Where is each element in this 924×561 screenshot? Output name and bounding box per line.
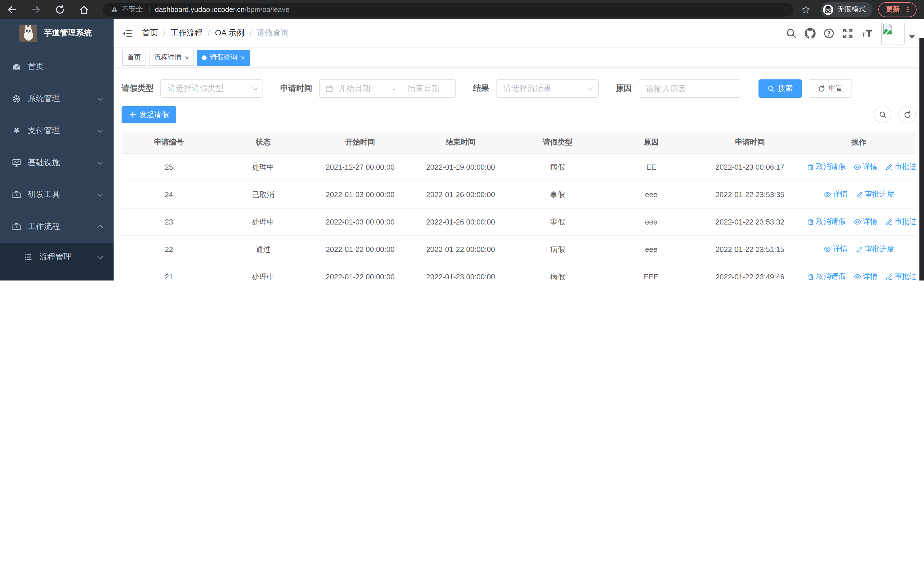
cancel-leave-link[interactable]: 取消请假	[807, 272, 846, 281]
search-form: 请假类型 请选择请假类型 申请时间 开始日期 - 结束日期	[122, 80, 916, 98]
cell-end-time: 2022-01-23 00:00:00	[410, 263, 511, 281]
detail-link[interactable]: 详情	[854, 162, 878, 172]
table-row: 24 已取消 2022-01-03 00:00:00 2022-01-26 00…	[122, 181, 916, 208]
detail-link[interactable]: 详情	[824, 190, 848, 200]
trash-icon	[807, 163, 814, 171]
browser-update-button[interactable]: 更新 ⋮	[878, 2, 916, 17]
incognito-label: 无痕模式	[837, 5, 866, 14]
sidebar-collapse-icon[interactable]	[122, 28, 133, 39]
cell-end-time: 2022-01-26 00:00:00	[410, 181, 511, 208]
pen-icon	[885, 163, 893, 171]
sidebar-item[interactable]: 流程管理	[0, 243, 114, 271]
header-search-icon[interactable]	[786, 28, 797, 39]
reason-label: 原因	[616, 83, 632, 94]
reset-button[interactable]: 重置	[809, 80, 852, 98]
leave-type-select[interactable]: 请选择请假类型	[160, 80, 263, 98]
cell-end-time: 2022-01-19 00:00:00	[410, 153, 511, 181]
sidebar-item[interactable]: 基础设施	[0, 147, 114, 179]
detail-link[interactable]: 详情	[854, 217, 878, 227]
sidebar-item[interactable]: 工作流程	[0, 211, 114, 243]
result-select[interactable]: 请选择流结果	[496, 80, 599, 98]
breadcrumb-item[interactable]: 请假查询	[257, 28, 289, 38]
detail-link[interactable]: 详情	[854, 272, 878, 281]
create-leave-button[interactable]: 发起请假	[122, 106, 176, 123]
browser-menu-icon[interactable]: ⋮	[904, 6, 912, 13]
browser-toolbar: 不安全 dashboard.yudao.iocoder.cn/bpm/oa/le…	[0, 0, 924, 19]
apply-time-range-picker[interactable]: 开始日期 - 结束日期	[319, 80, 456, 98]
end-date-placeholder[interactable]: 结束日期	[398, 83, 450, 94]
sidebar-item[interactable]: 系统管理	[0, 83, 114, 115]
avatar[interactable]	[881, 21, 904, 45]
view-tab[interactable]: 首页	[122, 50, 146, 65]
approval-progress-link[interactable]: 审批进度	[885, 162, 916, 172]
sidebar-item[interactable]: 首页	[0, 51, 114, 83]
incognito-badge: 无痕模式	[821, 2, 873, 17]
github-icon[interactable]	[805, 28, 816, 39]
scrollbar-thumb[interactable]	[920, 38, 924, 281]
search-button[interactable]: 搜索	[759, 80, 802, 98]
sidebar-item[interactable]: 任务管理	[0, 271, 114, 281]
chevron-icon	[97, 191, 103, 197]
cell-status: 通过	[216, 236, 310, 263]
cancel-leave-link[interactable]: 取消请假	[807, 162, 846, 172]
approval-progress-link[interactable]: 审批进度	[855, 244, 894, 254]
column-header: 结束时间	[410, 131, 511, 153]
sidebar-item[interactable]: 研发工具	[0, 179, 114, 211]
approval-progress-link[interactable]: 审批进度	[855, 190, 894, 200]
not-secure-label[interactable]: 不安全	[122, 5, 143, 14]
breadcrumb-item[interactable]: 工作流程	[171, 28, 202, 38]
cell-id: 21	[122, 263, 216, 281]
chevron-down-icon	[588, 85, 593, 90]
table-row: 23 处理中 2022-01-03 00:00:00 2022-01-26 00…	[122, 208, 916, 236]
user-menu-caret-icon[interactable]	[909, 35, 915, 39]
detail-link[interactable]: 详情	[824, 244, 848, 254]
browser-back-icon[interactable]	[7, 4, 17, 15]
breadcrumb-separator: /	[208, 29, 210, 38]
pen-icon	[855, 246, 863, 253]
toggle-search-button[interactable]	[874, 106, 891, 123]
tab-close-icon[interactable]: ×	[241, 54, 245, 61]
column-header: 开始时间	[310, 131, 410, 153]
app-title: 芋道管理系统	[44, 28, 92, 38]
breadcrumb-item[interactable]: 首页	[142, 28, 158, 38]
fullscreen-icon[interactable]	[842, 28, 853, 39]
chevron-icon	[97, 127, 103, 133]
app-window: 芋道管理系统 首页 系统管理	[0, 19, 924, 281]
browser-reload-icon[interactable]	[55, 4, 65, 15]
trash-icon	[807, 218, 814, 226]
bookmark-star-icon[interactable]	[801, 5, 810, 14]
app-logo-row[interactable]: 芋道管理系统	[0, 19, 114, 47]
cell-actions: 取消请假 详情 审批进度	[802, 153, 916, 181]
tab-close-icon[interactable]: ×	[185, 54, 189, 61]
sidebar-item-icon	[12, 158, 21, 167]
breadcrumb: 首页 / 工作流程 / OA 示例 / 请假查询	[142, 28, 778, 38]
reason-input[interactable]	[639, 80, 741, 98]
help-icon[interactable]	[824, 28, 834, 39]
sidebar-item[interactable]: 支付管理	[0, 115, 114, 147]
table-tools	[867, 106, 916, 123]
address-bar[interactable]: 不安全 dashboard.yudao.iocoder.cn/bpm/oa/le…	[103, 3, 793, 16]
search-icon	[879, 111, 886, 119]
start-date-placeholder[interactable]: 开始日期	[339, 83, 391, 94]
chevron-icon	[97, 95, 103, 101]
window-scrollbar[interactable]	[920, 38, 924, 281]
view-tab[interactable]: 请假查询 ×	[197, 50, 250, 65]
browser-home-icon[interactable]	[79, 4, 89, 15]
chevron-icon	[97, 225, 103, 230]
cell-actions: 取消请假 详情 审批进度	[802, 208, 916, 236]
view-tab[interactable]: 流程详情 ×	[149, 50, 194, 65]
page-url[interactable]: dashboard.yudao.iocoder.cn/bpm/oa/leave	[155, 5, 290, 14]
cell-start-time: 2022-01-03 00:00:00	[310, 208, 410, 236]
breadcrumb-item[interactable]: OA 示例	[215, 28, 244, 38]
approval-progress-link[interactable]: 审批进度	[885, 217, 916, 227]
approval-progress-link[interactable]: 审批进度	[885, 272, 916, 281]
pen-icon	[855, 191, 863, 198]
font-size-icon[interactable]	[861, 28, 872, 39]
eye-icon	[854, 218, 861, 226]
browser-forward-icon[interactable]	[31, 4, 41, 15]
screen: 不安全 dashboard.yudao.iocoder.cn/bpm/oa/le…	[0, 0, 924, 281]
leave-type-label: 请假类型	[122, 83, 153, 94]
refresh-button[interactable]	[898, 106, 916, 123]
cell-end-time: 2022-01-22 00:00:00	[410, 236, 511, 263]
cancel-leave-link[interactable]: 取消请假	[807, 217, 846, 227]
